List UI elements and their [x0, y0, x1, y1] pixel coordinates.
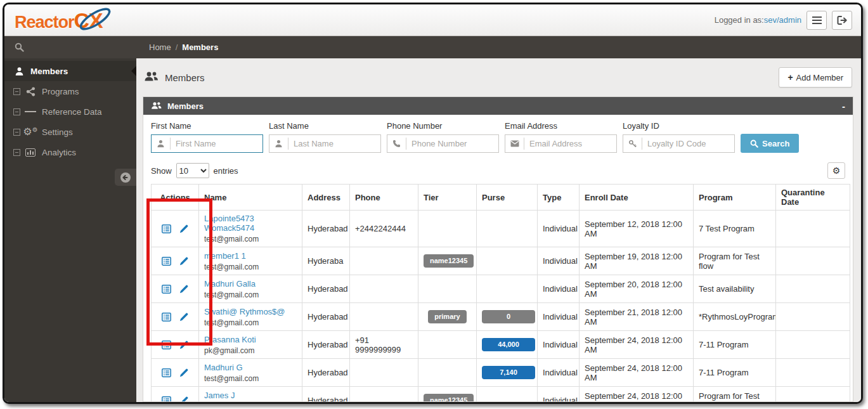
edit-pencil-icon[interactable]	[179, 313, 188, 321]
expand-toggle-icon[interactable]	[13, 108, 20, 115]
gear-icon: ⚙	[832, 166, 841, 176]
sidebar-item-label: Programs	[42, 87, 79, 96]
show-label: Show	[151, 166, 172, 176]
members-group-icon	[151, 101, 162, 111]
email-address-input[interactable]	[524, 139, 616, 148]
purse-badge: 0	[482, 310, 535, 323]
column-header-program: Program	[694, 185, 776, 211]
sidebar-item-reference-data[interactable]: Reference Data	[4, 101, 136, 122]
tier-badge: name12345	[424, 254, 474, 268]
expand-toggle-icon[interactable]	[13, 129, 20, 136]
member-program: Test availability	[694, 275, 776, 303]
gears-icon: ⚙⚙	[25, 127, 36, 137]
edit-pencil-icon[interactable]	[179, 368, 188, 377]
first-name-field	[151, 134, 263, 153]
table-row: Lapointe5473 Womack5474 test@gmail.com H…	[152, 211, 850, 247]
sidebar-item-settings[interactable]: ⚙⚙ Settings	[4, 122, 136, 142]
sidebar-item-programs[interactable]: Programs	[4, 81, 136, 101]
brand-logo: ReactorCX	[15, 10, 103, 31]
brand-text-reactor: Reactor	[15, 14, 74, 31]
column-header-enroll-date: Enroll Date	[580, 185, 694, 211]
menu-toggle-button[interactable]	[806, 11, 827, 30]
edit-pencil-icon[interactable]	[179, 257, 188, 266]
member-enroll-date: September 19, 2018 12:00 AM	[580, 247, 694, 275]
view-details-icon[interactable]	[162, 285, 171, 294]
envelope-icon	[505, 140, 524, 147]
member-address: Hyderabad	[302, 359, 350, 387]
column-header-tier: Tier	[418, 185, 477, 211]
sidebar-item-members[interactable]: Members	[4, 61, 136, 81]
member-name-link[interactable]: Madhuri Galla	[204, 279, 256, 289]
member-type: Individual	[538, 331, 580, 359]
search-icon	[15, 42, 24, 52]
edit-pencil-icon[interactable]	[179, 285, 188, 294]
breadcrumb-separator: /	[176, 42, 178, 52]
column-settings-button[interactable]: ⚙	[827, 162, 845, 179]
expand-toggle-icon[interactable]	[13, 149, 20, 156]
view-details-icon[interactable]	[162, 341, 171, 349]
edit-pencil-icon[interactable]	[179, 341, 188, 349]
member-program: Program for Test flow	[694, 247, 776, 275]
column-header-address: Address	[302, 185, 350, 211]
member-name-link[interactable]: Prasanna Koti	[204, 335, 256, 344]
breadcrumb-home-link[interactable]: Home	[149, 42, 171, 52]
first-name-input[interactable]	[171, 139, 262, 148]
last-name-input[interactable]	[288, 139, 380, 148]
member-type: Individual	[538, 247, 580, 275]
edit-pencil-icon[interactable]	[179, 396, 188, 401]
sidebar-collapse-button[interactable]	[115, 169, 136, 186]
member-quarantine-date	[776, 247, 850, 275]
member-name-link[interactable]: James J	[204, 391, 235, 400]
member-type: Individual	[538, 387, 580, 402]
plus-icon: +	[787, 72, 793, 82]
panel-collapse-button[interactable]: -	[842, 101, 845, 111]
purse-badge: 44,000	[482, 338, 535, 351]
member-program: *RythmosLoyProgram	[694, 303, 776, 331]
bar-chart-icon	[25, 148, 36, 157]
view-details-icon[interactable]	[162, 224, 171, 233]
view-details-icon[interactable]	[162, 396, 171, 401]
edit-pencil-icon[interactable]	[179, 224, 188, 233]
phone-number-field	[387, 134, 499, 153]
search-button[interactable]: Search	[741, 134, 799, 153]
sidebar-item-label: Reference Data	[42, 107, 102, 117]
member-name-link[interactable]: Swathi@ Rythmos$@	[204, 307, 285, 316]
first-name-label: First Name	[151, 121, 263, 131]
page-size-select[interactable]: 10	[176, 163, 209, 178]
member-name-link[interactable]: Lapointe5473 Womack5474	[204, 214, 254, 233]
members-panel: Members - First Name	[143, 96, 853, 402]
member-name-link[interactable]: Madhuri G	[204, 363, 243, 372]
user-icon	[13, 67, 25, 76]
search-filters: First Name Last Name	[151, 121, 845, 153]
member-email: test@gmail.com	[204, 318, 297, 327]
sidebar-search[interactable]	[4, 36, 136, 58]
view-details-icon[interactable]	[162, 257, 171, 266]
loyalty-id-input[interactable]	[642, 139, 734, 148]
app-window: ReactorCX Logged in as:sev/admin	[3, 3, 863, 404]
logged-in-label: Logged in as:	[715, 15, 764, 25]
table-row: Prasanna Koti pk@gmail.com Hyderabad +91…	[152, 331, 850, 359]
share-icon	[25, 87, 36, 96]
phone-number-input[interactable]	[406, 139, 498, 148]
member-address: Hyderaba	[302, 247, 350, 275]
expand-toggle-icon[interactable]	[13, 88, 20, 95]
add-member-button[interactable]: + Add Member	[779, 67, 852, 88]
last-name-field	[269, 134, 381, 153]
member-quarantine-date	[776, 359, 850, 387]
members-panel-header: Members -	[143, 97, 853, 115]
view-details-icon[interactable]	[162, 368, 171, 377]
page-size-control: Show 10 entries	[151, 163, 238, 178]
logout-button[interactable]	[832, 11, 852, 30]
table-row: member1 1 test@gmail.com Hyderaba name12…	[152, 247, 850, 275]
view-details-icon[interactable]	[162, 313, 171, 321]
member-phone	[350, 359, 418, 387]
member-address: Hyderabad	[302, 387, 350, 402]
member-name-link[interactable]: member1 1	[204, 251, 246, 261]
member-enroll-date: September 24, 2018 12:00 AM	[580, 331, 694, 359]
member-enroll-date: September 24, 2018 12:00 AM	[580, 359, 694, 387]
member-phone	[350, 275, 418, 303]
username-link[interactable]: sev/admin	[764, 15, 801, 25]
add-member-label: Add Member	[796, 73, 843, 82]
sidebar-item-analytics[interactable]: Analytics	[4, 142, 136, 162]
member-email: pk@gmail.com	[204, 346, 297, 355]
